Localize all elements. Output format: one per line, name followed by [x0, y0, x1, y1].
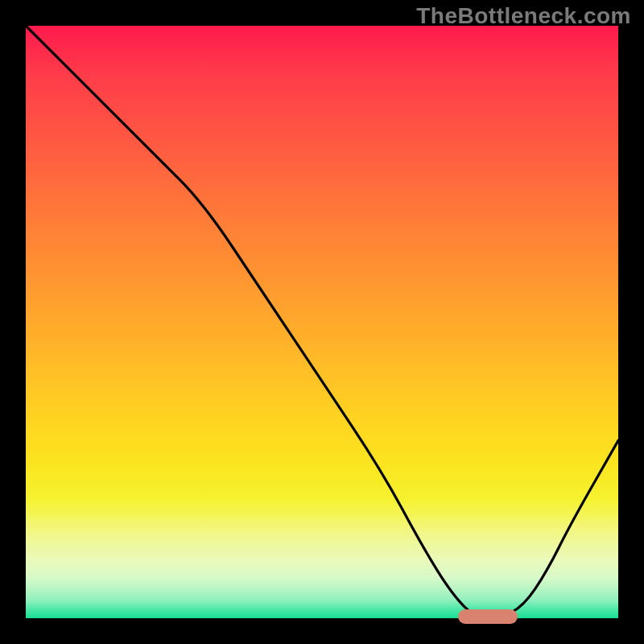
optimal-marker: [458, 609, 518, 624]
bottleneck-curve: [26, 26, 618, 618]
plot-area: [26, 26, 618, 618]
watermark-text: TheBottleneck.com: [416, 3, 631, 29]
chart-frame: TheBottleneck.com: [0, 0, 644, 644]
